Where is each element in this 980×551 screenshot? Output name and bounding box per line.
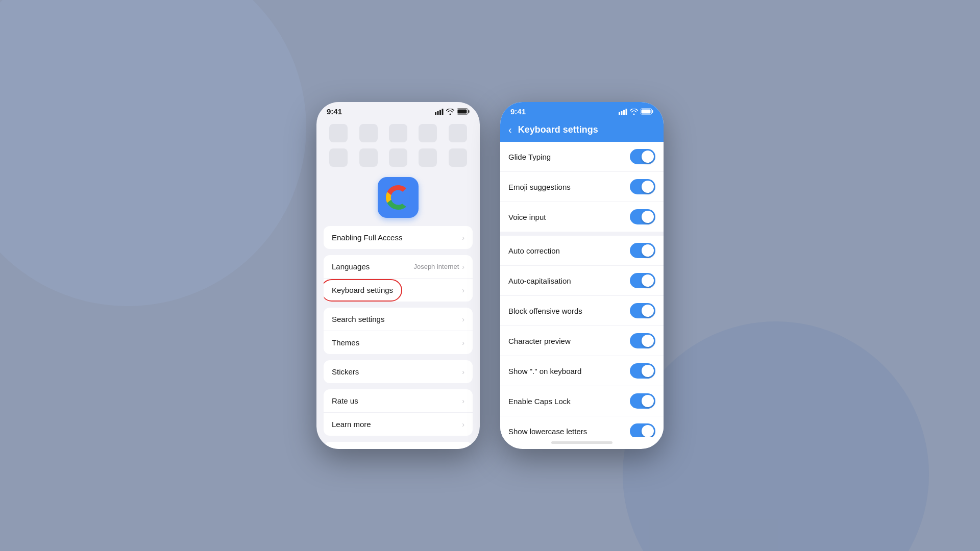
toggle-thumb — [642, 365, 654, 377]
menu-section-3: Search settings › Themes › — [324, 308, 473, 354]
keyboard-header: ‹ Keyboard settings — [500, 119, 664, 142]
settings-group-1: Glide Typing Emoji suggestions Voice inp… — [500, 142, 664, 232]
svg-rect-13 — [652, 110, 653, 113]
gboard-logo-area — [316, 172, 480, 226]
emoji-suggestions-toggle[interactable] — [630, 179, 655, 194]
settings-item-auto-capitalisation[interactable]: Auto-capitalisation — [500, 266, 664, 296]
keyboard-header-title: Keyboard settings — [518, 124, 598, 135]
settings-item-block-offensive-words[interactable]: Block offensive words — [500, 296, 664, 326]
menu-item-label: Themes — [332, 338, 359, 347]
block-offensive-words-toggle[interactable] — [630, 303, 655, 318]
settings-item-label: Voice input — [508, 213, 546, 221]
settings-item-label: Show "." on keyboard — [508, 367, 581, 375]
toggle-thumb — [642, 425, 654, 437]
menu-item-search-settings[interactable]: Search settings › — [324, 308, 473, 331]
app-icon — [329, 148, 348, 167]
phones-container: 9:41 — [316, 102, 664, 449]
svg-rect-6 — [469, 110, 470, 113]
menu-item-keyboard-settings[interactable]: Keyboard settings › — [324, 279, 473, 302]
right-phone: 9:41 — [500, 102, 664, 449]
battery-icon — [641, 108, 653, 115]
voice-input-toggle[interactable] — [630, 209, 655, 224]
character-preview-toggle[interactable] — [630, 333, 655, 348]
settings-item-character-preview[interactable]: Character preview — [500, 326, 664, 356]
menu-item-right: › — [462, 420, 464, 429]
chevron-right-icon: › — [462, 397, 464, 405]
menu-item-rate-us[interactable]: Rate us › — [324, 389, 473, 413]
settings-item-show-on-keyboard[interactable]: Show "." on keyboard — [500, 356, 664, 386]
show-on-keyboard-toggle[interactable] — [630, 363, 655, 379]
toggle-thumb — [642, 335, 654, 347]
menu-section-1: Enabling Full Access › — [324, 226, 473, 249]
settings-list: Glide Typing Emoji suggestions Voice inp… — [500, 142, 664, 437]
settings-item-label: Show lowercase letters — [508, 427, 587, 436]
menu-item-learn-more[interactable]: Learn more › — [324, 413, 473, 436]
menu-item-themes[interactable]: Themes › — [324, 331, 473, 354]
battery-icon — [457, 108, 470, 115]
menu-item-label: Keyboard settings — [332, 286, 393, 294]
back-button[interactable]: ‹ — [508, 124, 512, 136]
settings-item-show-lowercase-letters[interactable]: Show lowercase letters — [500, 416, 664, 437]
chevron-right-icon: › — [462, 420, 464, 429]
chevron-right-icon: › — [462, 315, 464, 323]
signal-icon — [435, 109, 444, 115]
menu-item-right: › — [462, 397, 464, 405]
menu-section-5: Rate us › Learn more › — [324, 389, 473, 436]
settings-item-emoji-suggestions[interactable]: Emoji suggestions — [500, 172, 664, 202]
settings-item-auto-correction[interactable]: Auto correction — [500, 236, 664, 266]
app-icon — [449, 124, 467, 142]
menu-item-right: › — [462, 234, 464, 242]
menu-item-languages[interactable]: Languages Joseph internet › — [324, 255, 473, 279]
app-icon — [419, 148, 437, 167]
glide-typing-toggle[interactable] — [630, 149, 655, 164]
left-phone: 9:41 — [316, 102, 480, 449]
app-icon — [359, 124, 378, 142]
left-menu-list: Enabling Full Access › Languages Joseph … — [316, 226, 480, 449]
show-lowercase-letters-toggle[interactable] — [630, 423, 655, 437]
menu-item-right: › — [462, 286, 464, 294]
app-icon — [359, 148, 378, 167]
toggle-thumb — [642, 274, 654, 287]
settings-item-glide-typing[interactable]: Glide Typing — [500, 142, 664, 172]
chevron-right-icon: › — [462, 263, 464, 271]
wifi-icon — [446, 109, 454, 115]
settings-item-enable-caps-lock[interactable]: Enable Caps Lock — [500, 386, 664, 416]
left-status-icons — [435, 108, 470, 115]
app-icon — [419, 124, 437, 142]
auto-correction-toggle[interactable] — [630, 243, 655, 258]
settings-item-label: Block offensive words — [508, 307, 582, 315]
menu-item-about[interactable]: About › — [324, 442, 473, 449]
settings-item-label: Glide Typing — [508, 153, 551, 161]
left-status-time: 9:41 — [327, 107, 342, 116]
settings-item-voice-input[interactable]: Voice input — [500, 202, 664, 232]
app-icon — [449, 148, 467, 167]
settings-group-2: Auto correction Auto-capitalisation Bloc… — [500, 236, 664, 437]
wifi-icon — [630, 109, 638, 115]
left-status-bar: 9:41 — [316, 102, 480, 119]
menu-item-enabling-full-access[interactable]: Enabling Full Access › — [324, 226, 473, 249]
settings-item-label: Auto-capitalisation — [508, 277, 571, 285]
svg-rect-12 — [642, 110, 651, 114]
svg-rect-1 — [437, 111, 439, 115]
app-icon-grid — [316, 119, 480, 172]
menu-item-right: › — [462, 339, 464, 347]
settings-item-label: Auto correction — [508, 246, 560, 255]
menu-item-right: › — [462, 368, 464, 376]
menu-item-stickers[interactable]: Stickers › — [324, 360, 473, 383]
svg-rect-10 — [626, 109, 627, 115]
app-icon — [389, 124, 407, 142]
menu-item-label: Learn more — [332, 420, 371, 429]
settings-item-label: Enable Caps Lock — [508, 397, 571, 406]
menu-item-label: Enabling Full Access — [332, 233, 402, 242]
toggle-thumb — [642, 211, 654, 223]
svg-rect-5 — [458, 110, 467, 114]
chevron-right-icon: › — [462, 339, 464, 347]
settings-item-label: Emoji suggestions — [508, 183, 571, 191]
svg-rect-2 — [439, 110, 441, 115]
enable-caps-lock-toggle[interactable] — [630, 393, 655, 409]
toggle-thumb — [642, 181, 654, 193]
auto-capitalisation-toggle[interactable] — [630, 273, 655, 288]
chevron-right-icon: › — [462, 286, 464, 294]
gboard-icon — [378, 177, 419, 218]
toggle-thumb — [642, 151, 654, 163]
